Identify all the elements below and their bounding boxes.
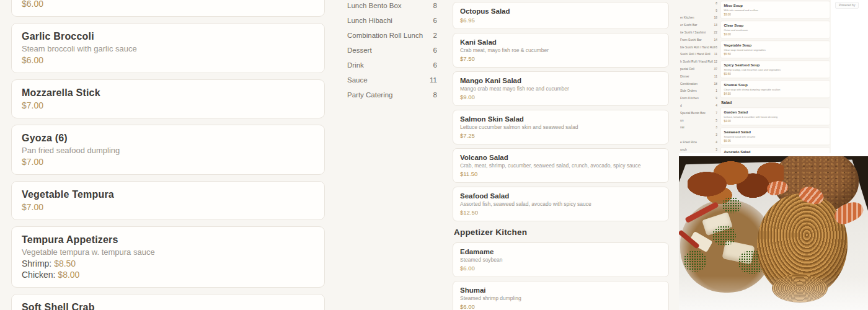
- minimap-item-description: Clear soup with shrimp dumpling vegetabl…: [724, 88, 827, 91]
- menu-item-description: Mango crab meat mayo fish roe and cucumb…: [460, 86, 662, 92]
- category-row[interactable]: Party Catering 8: [339, 87, 446, 102]
- minimap-item-price: $3.00: [724, 13, 827, 17]
- menu-item-description: Crab meat, mayo fish roe & cucumber: [460, 47, 662, 54]
- minimap-category-label: pecial Roll: [680, 67, 694, 71]
- menu-item-prices: $9.00: [460, 94, 662, 101]
- menu-item-description: Steam broccoli with garlic sauce: [22, 44, 314, 54]
- category-row[interactable]: Sauce 11: [339, 73, 446, 87]
- minimap-category-count: 3: [715, 126, 717, 130]
- minimap-category-count: 18: [714, 16, 717, 20]
- menu-item-card[interactable]: Soft Shell Crab: [11, 294, 325, 310]
- menu-item-card[interactable]: Mozzarella Stick $7.00: [11, 79, 325, 118]
- category-row[interactable]: Lunch Hibachi 6: [339, 13, 446, 28]
- minimap-category-label: h Sushi Roll / Hand Roll: [680, 60, 713, 64]
- category-row[interactable]: Drink 6: [339, 58, 446, 73]
- menu-item-card[interactable]: Vegetable Tempura $7.00: [11, 181, 325, 220]
- menu-item-card[interactable]: Shumai Steamed shrimp dumpling $6.00: [453, 281, 669, 310]
- menu-item-prices: $7.00: [22, 157, 314, 167]
- menu-item-prices: $6.00: [22, 0, 314, 9]
- minimap-category-row: er Kitchen 18: [679, 14, 717, 22]
- menu-item-prices: Shrimp: $8.50 Chicken: $8.00: [22, 259, 314, 280]
- price-value: $6.95: [460, 17, 475, 24]
- minimap-item-name: Vegetable Soup: [724, 43, 827, 48]
- minimap-category-count: 13: [714, 24, 717, 27]
- minimap-category-label: er Sushi Bar: [680, 24, 698, 27]
- minimap-item-description: Shrimp scallop, crab meat fish cake and …: [724, 68, 827, 71]
- minimap-menu-item-card: Seaweed Salad Seaweed salad with sesame …: [720, 128, 830, 146]
- minimap-item-price: $6.95: [724, 140, 827, 143]
- category-count: 8: [433, 2, 437, 9]
- menu-item-prices: $7.25: [460, 132, 662, 140]
- minimap-category-count: 9: [715, 97, 717, 100]
- menu-item-name: Garlic Broccoli: [22, 30, 314, 43]
- menu-item-description: Vegetable tempura w. tempura sauce: [22, 247, 314, 257]
- price-value: $7.50: [460, 55, 475, 62]
- category-count: 8: [433, 91, 437, 99]
- menu-item-card[interactable]: Mango Kani Salad Mango crab meat mayo fi…: [453, 71, 669, 106]
- price-value: $6.00: [22, 0, 43, 9]
- minimap-categories: 8 9 er Kitchen 18 er Sushi Bar 13: [679, 0, 717, 153]
- menu-item-card[interactable]: Garlic Broccoli Steam broccoli with garl…: [11, 23, 325, 73]
- minimap-item-name: Garden Salad: [724, 110, 827, 115]
- menu-item-card[interactable]: Seafood Salad Assorted fish, seaweed sal…: [453, 187, 669, 221]
- minimap-category-label: Sushi Roll / Hand Roll: [680, 53, 711, 56]
- minimap-menu-item-card: Miso Soup With tofu seaweed and scallion…: [720, 1, 830, 19]
- minimap-category-label: From Sushi Bar: [680, 38, 702, 42]
- minimap-category-label: ite Sushi / Sashimi: [680, 30, 706, 34]
- minimap-category-row: 3: [679, 131, 717, 138]
- minimap-category-count: 8: [715, 1, 717, 5]
- menu-item-name: Shumai: [460, 286, 662, 294]
- category-row[interactable]: Combination Roll Lunch 2: [339, 28, 446, 43]
- menu-item-card[interactable]: Deep fried tofu with special sauce $6.00: [11, 0, 325, 17]
- minimap-category-label: d: [680, 104, 682, 107]
- menu-item-description: Steamed shrimp dumpling: [460, 295, 662, 302]
- category-label: Party Catering: [347, 91, 393, 99]
- menu-item-card[interactable]: Gyoza (6) Pan fried seafood dumpling $7.…: [11, 125, 325, 175]
- minimap-category-label: Side Orders: [680, 89, 697, 93]
- menu-item-prices: $12.50: [460, 209, 662, 216]
- price-value: $7.25: [460, 132, 475, 139]
- photo-broccoli: [712, 226, 736, 246]
- category-count: 2: [433, 32, 437, 39]
- price-value: $8.50: [54, 259, 76, 268]
- appetizer-kitchen-cards: Edamame Steamed soybean $6.00 Shumai Ste…: [453, 242, 669, 310]
- category-row[interactable]: Lunch Bento Box 8: [339, 0, 446, 13]
- menu-item-name: Vegetable Tempura: [22, 188, 314, 201]
- minimap-item-name: Seaweed Salad: [724, 130, 827, 135]
- minimap-category-row: un 5: [679, 117, 717, 124]
- category-label: Lunch Hibachi: [347, 17, 392, 24]
- menu-item-card[interactable]: Kani Salad Crab meat, mayo fish roe & cu…: [453, 33, 669, 68]
- menu-item-card[interactable]: Octopus Salad $6.95: [453, 2, 669, 29]
- menu-preview-minimap[interactable]: 8 9 er Kitchen 18 er Sushi Bar 13: [679, 0, 831, 153]
- price-value: $11.50: [460, 170, 477, 177]
- minimap-item-price: $9.50: [724, 73, 827, 76]
- minimap-category-row: ble Sushi Roll / Hand Roll 6: [679, 43, 717, 51]
- minimap-category-count: 4: [715, 104, 717, 107]
- category-label: Lunch Bento Box: [347, 2, 402, 9]
- minimap-menu-item-card: Shumai Soup Clear soup with shrimp dumpl…: [720, 81, 830, 99]
- menu-item-prices: $6.95: [460, 17, 662, 24]
- minimap-menu-item-card: Vegetable Soup Clear soup mixed summer v…: [720, 41, 830, 59]
- price-variant-label: Chicken:: [22, 270, 58, 280]
- price-line: $9.00: [460, 94, 662, 101]
- menu-item-card[interactable]: Salmon Skin Salad Lettuce cucumber salmo…: [453, 110, 669, 144]
- price-line: $7.00: [22, 202, 314, 213]
- category-row[interactable]: Dessert 6: [339, 43, 446, 58]
- powered-by-badge[interactable]: Powered by: [835, 2, 859, 9]
- minimap-category-row: Combination 18: [679, 80, 717, 87]
- category-label: Combination Roll Lunch: [347, 32, 423, 39]
- minimap-category-label: un: [680, 118, 684, 122]
- menu-item-description: Lettuce cucumber salmon skin and seaweed…: [460, 124, 662, 131]
- minimap-category-count: 18: [714, 82, 717, 86]
- minimap-category-count: 1: [715, 89, 717, 93]
- price-value: $8.00: [58, 270, 79, 280]
- menu-item-card[interactable]: Edamame Steamed soybean $6.00: [453, 242, 669, 277]
- minimap-category-row: From Sushi Bar 14: [679, 36, 717, 43]
- price-line: Shrimp: $8.50: [22, 259, 314, 269]
- minimap-salad-cards: Garden Salad Lettuce, tomato & cucumber …: [720, 108, 830, 154]
- minimap-content: 8 9 er Kitchen 18 er Sushi Bar 13: [679, 0, 831, 153]
- price-line: $12.50: [460, 209, 662, 216]
- menu-item-card[interactable]: Volcano Salad Crab, meat, shrimp, cucumb…: [453, 148, 669, 183]
- menu-item-card[interactable]: Tempura Appetizers Vegetable tempura w. …: [11, 226, 325, 288]
- price-value: $7.00: [22, 202, 43, 212]
